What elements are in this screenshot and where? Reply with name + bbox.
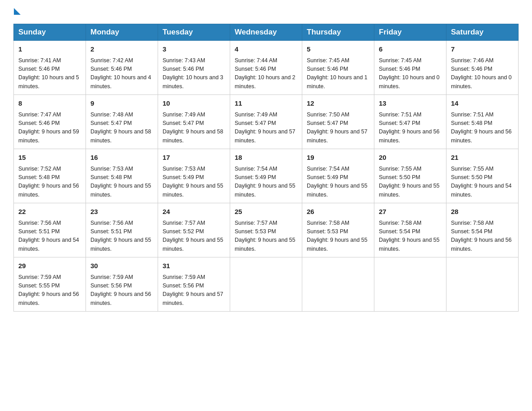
day-info: Sunrise: 7:42 AMSunset: 5:46 PMDaylight:…: [90, 56, 153, 91]
calendar-cell: 16 Sunrise: 7:53 AMSunset: 5:48 PMDaylig…: [86, 149, 158, 203]
day-number: 8: [18, 98, 81, 109]
day-info: Sunrise: 7:53 AMSunset: 5:49 PMDaylight:…: [163, 165, 225, 200]
day-of-week-header: Saturday: [446, 24, 519, 41]
day-of-week-header: Wednesday: [230, 24, 302, 41]
calendar-cell: 4 Sunrise: 7:44 AMSunset: 5:46 PMDayligh…: [230, 41, 302, 95]
day-info: Sunrise: 7:58 AMSunset: 5:54 PMDaylight:…: [451, 219, 514, 254]
day-info: Sunrise: 7:51 AMSunset: 5:47 PMDaylight:…: [379, 111, 442, 146]
day-info: Sunrise: 7:41 AMSunset: 5:46 PMDaylight:…: [18, 56, 81, 91]
day-number: 14: [451, 98, 514, 109]
calendar-cell: 3 Sunrise: 7:43 AMSunset: 5:46 PMDayligh…: [158, 41, 230, 95]
day-number: 24: [163, 207, 225, 217]
day-info: Sunrise: 7:59 AMSunset: 5:55 PMDaylight:…: [18, 273, 81, 308]
day-number: 26: [307, 207, 369, 217]
day-info: Sunrise: 7:49 AMSunset: 5:47 PMDaylight:…: [235, 111, 297, 146]
day-number: 15: [18, 153, 81, 163]
calendar-cell: 27 Sunrise: 7:58 AMSunset: 5:54 PMDaylig…: [374, 203, 446, 257]
day-info: Sunrise: 7:58 AMSunset: 5:53 PMDaylight:…: [307, 219, 369, 254]
day-info: Sunrise: 7:59 AMSunset: 5:56 PMDaylight:…: [90, 273, 153, 308]
day-number: 17: [163, 153, 225, 163]
calendar-cell: 20 Sunrise: 7:55 AMSunset: 5:50 PMDaylig…: [374, 149, 446, 203]
calendar-week-row: 15 Sunrise: 7:52 AMSunset: 5:48 PMDaylig…: [14, 149, 519, 203]
day-info: Sunrise: 7:47 AMSunset: 5:46 PMDaylight:…: [18, 111, 81, 146]
day-info: Sunrise: 7:45 AMSunset: 5:46 PMDaylight:…: [379, 56, 442, 91]
calendar-cell: 10 Sunrise: 7:49 AMSunset: 5:47 PMDaylig…: [158, 95, 230, 149]
calendar-cell: 11 Sunrise: 7:49 AMSunset: 5:47 PMDaylig…: [230, 95, 302, 149]
day-number: 5: [307, 44, 369, 55]
calendar-table: SundayMondayTuesdayWednesdayThursdayFrid…: [13, 24, 519, 312]
calendar-cell: 28 Sunrise: 7:58 AMSunset: 5:54 PMDaylig…: [446, 203, 519, 257]
calendar-cell: 21 Sunrise: 7:55 AMSunset: 5:50 PMDaylig…: [446, 149, 519, 203]
day-info: Sunrise: 7:55 AMSunset: 5:50 PMDaylight:…: [451, 165, 514, 200]
day-info: Sunrise: 7:48 AMSunset: 5:47 PMDaylight:…: [90, 111, 153, 146]
day-number: 19: [307, 153, 369, 163]
calendar-cell: [374, 257, 446, 312]
day-number: 25: [235, 207, 297, 217]
day-info: Sunrise: 7:49 AMSunset: 5:47 PMDaylight:…: [163, 111, 225, 146]
day-of-week-header: Sunday: [14, 24, 86, 41]
calendar-cell: 7 Sunrise: 7:46 AMSunset: 5:46 PMDayligh…: [446, 41, 519, 95]
day-info: Sunrise: 7:50 AMSunset: 5:47 PMDaylight:…: [307, 111, 369, 146]
day-number: 12: [307, 98, 369, 109]
day-of-week-header: Tuesday: [158, 24, 230, 41]
day-number: 11: [235, 98, 297, 109]
calendar-cell: 18 Sunrise: 7:54 AMSunset: 5:49 PMDaylig…: [230, 149, 302, 203]
day-info: Sunrise: 7:44 AMSunset: 5:46 PMDaylight:…: [235, 56, 297, 91]
calendar-cell: 1 Sunrise: 7:41 AMSunset: 5:46 PMDayligh…: [14, 41, 86, 95]
day-number: 18: [235, 153, 297, 163]
day-info: Sunrise: 7:57 AMSunset: 5:53 PMDaylight:…: [235, 219, 297, 254]
calendar-cell: 24 Sunrise: 7:57 AMSunset: 5:52 PMDaylig…: [158, 203, 230, 257]
logo-arrow-icon: [14, 8, 21, 15]
day-number: 30: [90, 261, 153, 271]
calendar-cell: [230, 257, 302, 312]
day-number: 13: [379, 98, 442, 109]
calendar-cell: 8 Sunrise: 7:47 AMSunset: 5:46 PMDayligh…: [14, 95, 86, 149]
calendar-cell: 14 Sunrise: 7:51 AMSunset: 5:48 PMDaylig…: [446, 95, 519, 149]
day-info: Sunrise: 7:56 AMSunset: 5:51 PMDaylight:…: [90, 219, 153, 254]
day-number: 23: [90, 207, 153, 217]
day-info: Sunrise: 7:57 AMSunset: 5:52 PMDaylight:…: [163, 219, 225, 254]
day-info: Sunrise: 7:55 AMSunset: 5:50 PMDaylight:…: [379, 165, 442, 200]
day-info: Sunrise: 7:45 AMSunset: 5:46 PMDaylight:…: [307, 56, 369, 91]
day-number: 6: [379, 44, 442, 55]
calendar-cell: 31 Sunrise: 7:59 AMSunset: 5:56 PMDaylig…: [158, 257, 230, 312]
calendar-cell: [302, 257, 374, 312]
day-number: 28: [451, 207, 514, 217]
day-info: Sunrise: 7:59 AMSunset: 5:56 PMDaylight:…: [163, 273, 225, 308]
day-of-week-header: Friday: [374, 24, 446, 41]
calendar-cell: 2 Sunrise: 7:42 AMSunset: 5:46 PMDayligh…: [86, 41, 158, 95]
calendar-week-row: 29 Sunrise: 7:59 AMSunset: 5:55 PMDaylig…: [14, 257, 519, 312]
day-number: 1: [18, 44, 81, 55]
calendar-cell: 22 Sunrise: 7:56 AMSunset: 5:51 PMDaylig…: [14, 203, 86, 257]
day-info: Sunrise: 7:53 AMSunset: 5:48 PMDaylight:…: [90, 165, 153, 200]
calendar-cell: 29 Sunrise: 7:59 AMSunset: 5:55 PMDaylig…: [14, 257, 86, 312]
calendar-cell: 30 Sunrise: 7:59 AMSunset: 5:56 PMDaylig…: [86, 257, 158, 312]
day-number: 7: [451, 44, 514, 55]
day-of-week-header: Monday: [86, 24, 158, 41]
calendar-week-row: 1 Sunrise: 7:41 AMSunset: 5:46 PMDayligh…: [14, 41, 519, 95]
day-info: Sunrise: 7:52 AMSunset: 5:48 PMDaylight:…: [18, 165, 81, 200]
calendar-cell: 25 Sunrise: 7:57 AMSunset: 5:53 PMDaylig…: [230, 203, 302, 257]
day-of-week-header: Thursday: [302, 24, 374, 41]
day-info: Sunrise: 7:54 AMSunset: 5:49 PMDaylight:…: [307, 165, 369, 200]
calendar-cell: 26 Sunrise: 7:58 AMSunset: 5:53 PMDaylig…: [302, 203, 374, 257]
day-number: 21: [451, 153, 514, 163]
calendar-cell: 17 Sunrise: 7:53 AMSunset: 5:49 PMDaylig…: [158, 149, 230, 203]
day-info: Sunrise: 7:46 AMSunset: 5:46 PMDaylight:…: [451, 56, 514, 91]
calendar-cell: 13 Sunrise: 7:51 AMSunset: 5:47 PMDaylig…: [374, 95, 446, 149]
page-header: [13, 9, 519, 16]
calendar-header-row: SundayMondayTuesdayWednesdayThursdayFrid…: [14, 24, 519, 41]
day-number: 9: [90, 98, 153, 109]
calendar-cell: 9 Sunrise: 7:48 AMSunset: 5:47 PMDayligh…: [86, 95, 158, 149]
day-number: 22: [18, 207, 81, 217]
calendar-cell: 6 Sunrise: 7:45 AMSunset: 5:46 PMDayligh…: [374, 41, 446, 95]
calendar-cell: 15 Sunrise: 7:52 AMSunset: 5:48 PMDaylig…: [14, 149, 86, 203]
day-info: Sunrise: 7:54 AMSunset: 5:49 PMDaylight:…: [235, 165, 297, 200]
calendar-week-row: 22 Sunrise: 7:56 AMSunset: 5:51 PMDaylig…: [14, 203, 519, 257]
day-number: 3: [163, 44, 225, 55]
day-number: 4: [235, 44, 297, 55]
calendar-cell: 23 Sunrise: 7:56 AMSunset: 5:51 PMDaylig…: [86, 203, 158, 257]
day-number: 16: [90, 153, 153, 163]
calendar-cell: 5 Sunrise: 7:45 AMSunset: 5:46 PMDayligh…: [302, 41, 374, 95]
day-number: 10: [163, 98, 225, 109]
